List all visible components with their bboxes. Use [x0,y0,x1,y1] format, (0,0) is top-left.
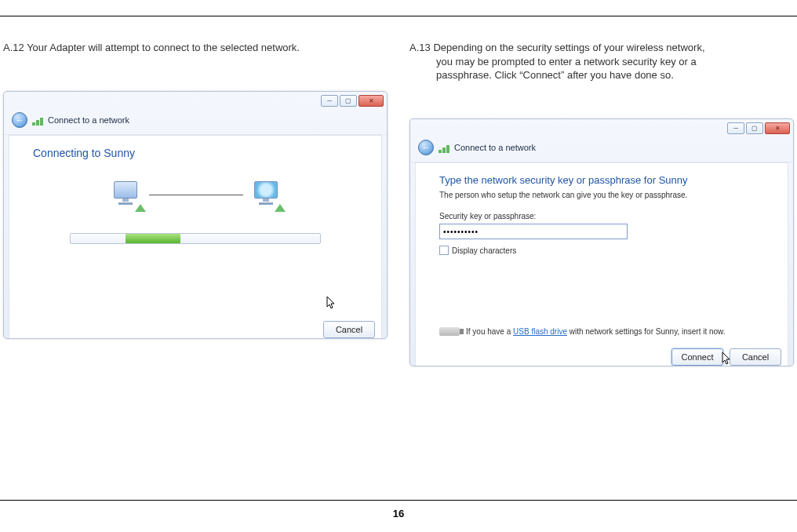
connect-button[interactable]: Connect [671,348,723,366]
connecting-content: Connecting to Sunny [9,135,382,339]
back-arrow-icon[interactable]: ← [12,112,27,128]
right-column: A.13 Depending on the security settings … [409,41,794,366]
close-button[interactable]: ✕ [765,122,790,134]
display-characters-row: Display characters [439,246,764,255]
connection-line-icon [149,195,243,195]
usb-hint-text: If you have a USB flash drive with netwo… [466,327,726,336]
wifi-badge-icon [275,204,286,212]
display-characters-label: Display characters [452,246,516,255]
passphrase-content: Type the network security key or passphr… [415,162,788,366]
passphrase-field-label: Security key or passphrase: [439,212,764,220]
maximize-button[interactable]: ▢ [340,95,357,107]
display-characters-checkbox[interactable] [439,246,449,255]
mouse-cursor-icon [722,352,731,366]
step-a13-text: A.13 Depending on the security settings … [409,41,794,82]
button-row: Cancel [323,321,375,338]
minimize-button[interactable]: ─ [727,122,744,134]
top-horizontal-rule [0,16,797,16]
progress-bar [70,233,321,244]
window-title: Connect to a network [454,143,536,152]
passphrase-helper: The person who setup the network can giv… [439,191,764,199]
window-header-row: ← Connect to a network [410,137,793,162]
progress-fill [126,234,180,243]
step-a12-label: A.12 [3,42,24,53]
step-a13-label: A.13 [409,42,431,53]
window-header-row: ← Connect to a network [4,109,387,135]
bottom-horizontal-rule [0,500,797,501]
connecting-heading: Connecting to Sunny [33,147,358,159]
passphrase-input[interactable] [439,224,628,239]
step-a12-body: Your Adapter will attempt to connect to … [27,42,300,53]
minimize-button[interactable]: ─ [321,95,338,107]
passphrase-heading: Type the network security key or passphr… [439,174,764,186]
usb-hint-row: If you have a USB flash drive with netwo… [439,327,764,336]
cancel-button[interactable]: Cancel [730,348,781,366]
local-pc-icon [110,181,141,210]
step-a13-line3: passphrase. Click “Connect” after you ha… [409,68,794,82]
network-signal-icon [439,142,449,153]
titlebar: ─ ▢ ✕ [4,92,387,109]
page-number: 16 [0,508,797,519]
usb-hint-prefix: If you have a [466,327,513,336]
maximize-button[interactable]: ▢ [746,122,763,134]
window-title: Connect to a network [48,115,129,125]
usb-flash-drive-link[interactable]: USB flash drive [513,327,567,336]
cancel-button[interactable]: Cancel [323,321,375,338]
connection-diagram [33,181,358,210]
usb-drive-icon [439,327,460,336]
wifi-badge-icon [135,204,146,212]
network-signal-icon [32,115,43,126]
step-a12-text: A.12 Your Adapter will attempt to connec… [3,41,388,55]
close-button[interactable]: ✕ [358,95,384,107]
titlebar: ─ ▢ ✕ [410,119,793,137]
left-column: A.12 Your Adapter will attempt to connec… [3,41,388,366]
remote-network-icon [251,181,281,210]
step-a13-line2: you may be prompted to enter a network s… [409,55,794,69]
mouse-cursor-icon [326,296,336,310]
back-arrow-icon[interactable]: ← [418,140,434,155]
passphrase-window: ─ ▢ ✕ ← Connect to a network Type the ne… [409,118,794,366]
connecting-window: ─ ▢ ✕ ← Connect to a network Connecting … [3,91,388,339]
step-a13-line1: Depending on the security settings of yo… [433,42,704,53]
usb-hint-suffix: with network settings for Sunny, insert … [567,327,726,336]
